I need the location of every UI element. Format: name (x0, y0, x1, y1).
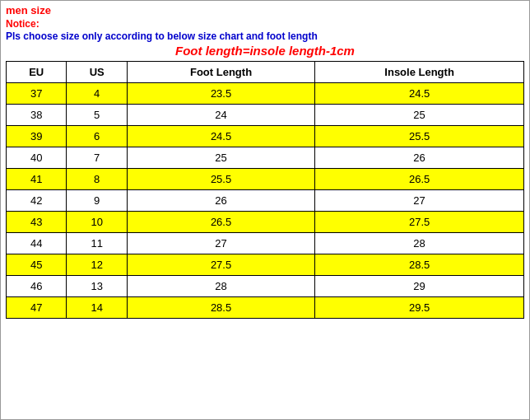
cell-insole: 26.5 (315, 169, 524, 190)
cell-foot: 25.5 (127, 169, 314, 190)
cell-foot: 23.5 (127, 83, 314, 105)
cell-us: 8 (67, 169, 127, 190)
cell-eu: 47 (7, 297, 67, 319)
cell-eu: 42 (7, 190, 67, 212)
notice-label: Notice: (6, 18, 524, 30)
table-header-row: EU US Foot Length Insole Length (7, 62, 524, 83)
cell-foot: 25 (127, 147, 314, 169)
cell-eu: 41 (7, 169, 67, 190)
cell-insole: 29.5 (315, 297, 524, 319)
cell-insole: 26 (315, 147, 524, 169)
table-row: 471428.529.5 (7, 297, 524, 319)
cell-foot: 24.5 (127, 126, 314, 147)
cell-us: 10 (67, 212, 127, 233)
cell-us: 5 (67, 105, 127, 126)
cell-insole: 24.5 (315, 83, 524, 105)
cell-us: 9 (67, 190, 127, 212)
cell-foot: 28.5 (127, 297, 314, 319)
cell-insole: 27 (315, 190, 524, 212)
cell-eu: 40 (7, 147, 67, 169)
cell-foot: 26.5 (127, 212, 314, 233)
cell-eu: 46 (7, 276, 67, 297)
table-row: 431026.527.5 (7, 212, 524, 233)
cell-foot: 24 (127, 105, 314, 126)
cell-foot: 26 (127, 190, 314, 212)
cell-insole: 25.5 (315, 126, 524, 147)
table-row: 39624.525.5 (7, 126, 524, 147)
cell-us: 6 (67, 126, 127, 147)
table-row: 46132829 (7, 276, 524, 297)
cell-eu: 37 (7, 83, 67, 105)
cell-us: 7 (67, 147, 127, 169)
table-row: 41825.526.5 (7, 169, 524, 190)
table-row: 4292627 (7, 190, 524, 212)
cell-us: 12 (67, 254, 127, 276)
cell-us: 11 (67, 233, 127, 254)
table-row: 37423.524.5 (7, 83, 524, 105)
size-chart-table: EU US Foot Length Insole Length 37423.52… (6, 61, 524, 319)
table-row: 44112728 (7, 233, 524, 254)
cell-us: 4 (67, 83, 127, 105)
cell-eu: 45 (7, 254, 67, 276)
instruction-text: Pls choose size only according to below … (6, 30, 524, 42)
table-row: 3852425 (7, 105, 524, 126)
cell-foot: 28 (127, 276, 314, 297)
col-eu: EU (7, 62, 67, 83)
cell-insole: 28 (315, 233, 524, 254)
cell-us: 13 (67, 276, 127, 297)
cell-us: 14 (67, 297, 127, 319)
cell-insole: 25 (315, 105, 524, 126)
col-foot-length: Foot Length (127, 62, 314, 83)
cell-insole: 27.5 (315, 212, 524, 233)
page-title: men size (6, 4, 524, 16)
cell-insole: 29 (315, 276, 524, 297)
col-insole-length: Insole Length (315, 62, 524, 83)
cell-eu: 39 (7, 126, 67, 147)
table-row: 4072526 (7, 147, 524, 169)
cell-insole: 28.5 (315, 254, 524, 276)
cell-eu: 43 (7, 212, 67, 233)
table-row: 451227.528.5 (7, 254, 524, 276)
cell-eu: 38 (7, 105, 67, 126)
page-wrapper: men size Notice: Pls choose size only ac… (0, 0, 530, 420)
cell-foot: 27 (127, 233, 314, 254)
cell-foot: 27.5 (127, 254, 314, 276)
formula-text: Foot length=insole length-1cm (6, 44, 524, 58)
col-us: US (67, 62, 127, 83)
cell-eu: 44 (7, 233, 67, 254)
